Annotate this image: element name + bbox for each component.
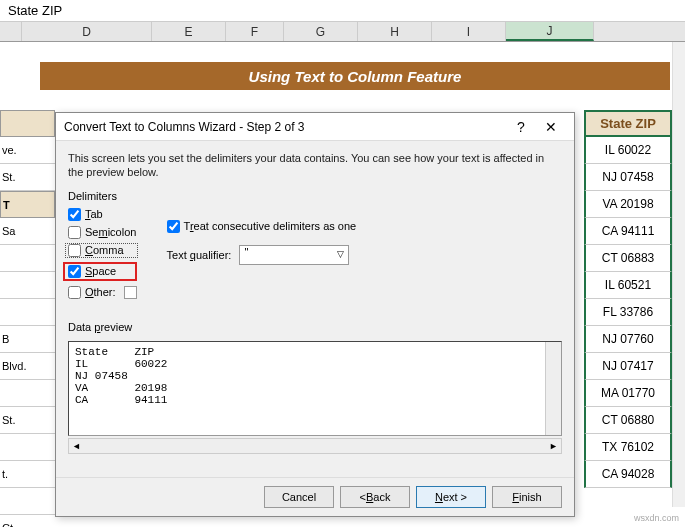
table-cell[interactable]: CT 06880 (584, 407, 672, 434)
table-cell[interactable]: NJ 07760 (584, 326, 672, 353)
preview-text: State ZIP IL 60022 NJ 07458 VA 20198 CA … (75, 346, 167, 406)
col-d[interactable]: D (22, 22, 152, 41)
next-button[interactable]: Next > (416, 486, 486, 508)
table-cell[interactable]: IL 60521 (584, 272, 672, 299)
preview-label: Data preview (68, 321, 562, 333)
preview-vscroll[interactable] (545, 342, 561, 435)
help-button[interactable]: ? (506, 119, 536, 135)
left-header (0, 110, 55, 137)
formula-bar-text: State ZIP (8, 3, 62, 18)
tab-check-input[interactable] (68, 208, 81, 221)
vertical-scrollbar[interactable] (672, 42, 685, 507)
tab-checkbox[interactable]: Tab (68, 208, 137, 221)
watermark: wsxdn.com (634, 513, 679, 523)
comma-check-input[interactable] (68, 244, 81, 257)
space-check-input[interactable] (68, 265, 81, 278)
qualifier-value: " (244, 246, 248, 258)
treat-consecutive-checkbox[interactable]: Treat consecutive delimiters as one (167, 220, 357, 233)
column-headers: D E F G H I J (0, 22, 685, 42)
button-row: Cancel < Back Next > Finish (56, 477, 574, 516)
left-cell: St. (0, 407, 55, 434)
left-cell: ve. (0, 137, 55, 164)
left-cell: B (0, 326, 55, 353)
table-cell[interactable]: NJ 07458 (584, 164, 672, 191)
state-zip-column: State ZIP IL 60022 NJ 07458 VA 20198 CA … (584, 110, 672, 488)
formula-bar[interactable]: State ZIP (0, 0, 685, 22)
qualifier-label: Text qualifier: (167, 249, 232, 261)
other-check-input[interactable] (68, 286, 81, 299)
corner-cell[interactable] (0, 22, 22, 41)
dialog-titlebar: Convert Text to Columns Wizard - Step 2 … (56, 113, 574, 141)
col-f[interactable]: F (226, 22, 284, 41)
left-cell (0, 272, 55, 299)
left-cell: St. (0, 164, 55, 191)
state-zip-header[interactable]: State ZIP (584, 110, 672, 137)
table-cell[interactable]: CT 06883 (584, 245, 672, 272)
table-cell[interactable]: FL 33786 (584, 299, 672, 326)
finish-button[interactable]: Finish (492, 486, 562, 508)
table-cell[interactable]: IL 60022 (584, 137, 672, 164)
col-h[interactable]: H (358, 22, 432, 41)
left-cell (0, 434, 55, 461)
back-button[interactable]: < Back (340, 486, 410, 508)
left-cell: Ct. (0, 515, 55, 527)
close-button[interactable]: ✕ (536, 119, 566, 135)
left-cell (0, 380, 55, 407)
table-cell[interactable]: NJ 07417 (584, 353, 672, 380)
col-j[interactable]: J (506, 22, 594, 41)
col-e[interactable]: E (152, 22, 226, 41)
banner-title: Using Text to Column Feature (40, 62, 670, 90)
table-cell[interactable]: MA 01770 (584, 380, 672, 407)
semicolon-check-input[interactable] (68, 226, 81, 239)
other-input[interactable] (124, 286, 137, 299)
chevron-down-icon: ▽ (337, 249, 344, 259)
preview-box: State ZIP IL 60022 NJ 07458 VA 20198 CA … (68, 341, 562, 436)
left-cell (0, 299, 55, 326)
table-cell[interactable]: CA 94111 (584, 218, 672, 245)
table-cell[interactable]: CA 94028 (584, 461, 672, 488)
col-g[interactable]: G (284, 22, 358, 41)
other-checkbox[interactable]: Other: (68, 286, 137, 299)
left-cell: Sa (0, 218, 55, 245)
left-cell: Blvd. (0, 353, 55, 380)
space-checkbox[interactable]: Space (63, 262, 137, 281)
left-cell (0, 245, 55, 272)
dialog-description: This screen lets you set the delimiters … (68, 151, 562, 180)
treat-check-input[interactable] (167, 220, 180, 233)
scroll-left-icon[interactable]: ◄ (72, 441, 81, 451)
left-cell (0, 488, 55, 515)
dialog-title: Convert Text to Columns Wizard - Step 2 … (64, 120, 506, 134)
table-cell[interactable]: TX 76102 (584, 434, 672, 461)
delimiters-label: Delimiters (68, 190, 562, 202)
cancel-button[interactable]: Cancel (264, 486, 334, 508)
table-cell[interactable]: VA 20198 (584, 191, 672, 218)
left-cell: T (0, 191, 55, 218)
scroll-right-icon[interactable]: ► (549, 441, 558, 451)
left-cell: t. (0, 461, 55, 488)
left-column-fragments: ve. St. T Sa B Blvd. St. t. Ct. (0, 110, 55, 527)
qualifier-select[interactable]: " ▽ (239, 245, 349, 265)
preview-hscroll[interactable]: ◄ ► (68, 438, 562, 454)
wizard-dialog: Convert Text to Columns Wizard - Step 2 … (55, 112, 575, 517)
col-i[interactable]: I (432, 22, 506, 41)
semicolon-checkbox[interactable]: Semicolon (68, 226, 137, 239)
comma-checkbox[interactable]: Comma (66, 244, 137, 257)
